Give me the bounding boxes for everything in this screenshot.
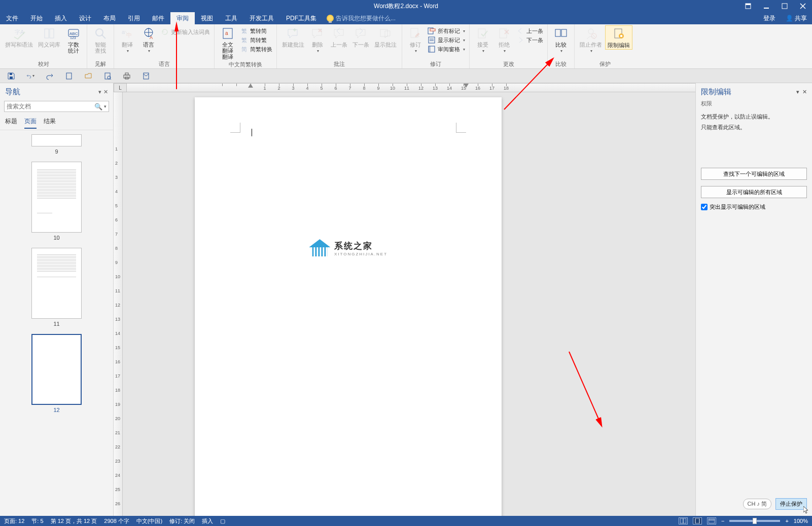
page-thumbnail[interactable] [31,334,82,405]
email-icon[interactable] [142,72,150,80]
page-thumbnails[interactable]: 9 10 11 12 [0,130,113,516]
full-translate-button[interactable]: a全文 翻译 翻译 [218,25,238,61]
reviewing-pane-button[interactable]: 审阅窗格▾ [427,45,466,54]
tab-view[interactable]: 视图 [195,12,219,24]
tab-review[interactable]: 审阅 [170,12,195,24]
simp-trad-convert-button[interactable]: 简简繁转换 [239,45,273,54]
login-link[interactable]: 登录 [758,14,781,23]
undo-icon[interactable]: ▾ [26,72,34,80]
ribbon-display-options-icon[interactable] [739,0,757,12]
minimize-icon[interactable] [757,0,775,12]
tab-selector[interactable]: L [114,83,127,92]
redo-icon[interactable] [46,72,54,80]
web-layout-icon[interactable] [707,517,716,524]
tab-design[interactable]: 设计 [73,12,97,24]
show-all-regions-button[interactable]: 显示可编辑的所有区域 [701,186,807,198]
tab-pdf[interactable]: PDF工具集 [280,12,323,24]
tab-devtools[interactable]: 开发工具 [243,12,280,24]
search-dropdown-icon[interactable]: ▾ [104,104,107,109]
horizontal-ruler[interactable]: 123456789101112131415161718 [127,83,695,92]
trad-to-simp-button[interactable]: 繁繁转简 [239,26,273,35]
nav-tab-pages[interactable]: 页面 [24,117,37,129]
nav-pane-close-icon[interactable]: ✕ [103,89,108,95]
zoom-out-icon[interactable]: − [721,518,724,524]
next-change-button[interactable]: 下一条 [515,35,544,45]
macro-record-icon[interactable]: ▢ [220,518,225,524]
translate-button[interactable]: a中翻译▾ [117,25,137,54]
search-icon[interactable]: 🔍 [94,103,102,110]
track-changes-button[interactable]: 修订▾ [405,25,426,54]
taskpane-close-icon[interactable]: ✕ [802,89,807,95]
print-preview-icon[interactable] [103,72,112,80]
delete-comment-button[interactable]: 删除▾ [307,25,328,54]
taskpane-menu-icon[interactable]: ▾ [796,89,799,95]
print-icon[interactable] [123,72,131,80]
save-icon[interactable] [7,72,15,80]
status-insert-mode[interactable]: 插入 [202,517,213,525]
tab-insert[interactable]: 插入 [49,12,73,24]
tab-file[interactable]: 文件 [0,12,24,24]
svg-rect-23 [429,46,431,52]
find-next-region-button[interactable]: 查找下一个可编辑的区域 [701,168,807,180]
status-section[interactable]: 节: 5 [31,517,43,525]
tab-tools[interactable]: 工具 [219,12,243,24]
tab-mailings[interactable]: 邮件 [146,12,170,24]
tab-layout[interactable]: 布局 [97,12,122,24]
nav-search[interactable]: 🔍 ▾ [4,101,109,112]
restrict-editing-button[interactable]: 限制编辑 [605,25,632,50]
svg-rect-3 [782,4,787,9]
document-page[interactable]: 系统之家 XITONGZHIJIA.NET [195,97,502,516]
new-doc-icon[interactable] [65,72,73,80]
word-count-button[interactable]: ABC123字数 统计 [63,25,84,55]
open-icon[interactable] [84,72,92,80]
nav-tab-headings[interactable]: 标题 [5,117,17,129]
ime-badge[interactable]: CH ♪ 简 [743,499,772,509]
simp-to-trad-button[interactable]: 繁简转繁 [239,35,273,45]
highlight-regions-checkbox[interactable]: 突出显示可编辑的区域 [701,203,807,211]
read-mode-icon[interactable] [679,517,688,524]
smart-lookup-button[interactable]: 智能 查找 [90,25,111,55]
language-button[interactable]: A语言▾ [138,25,159,54]
maximize-icon[interactable] [775,0,794,12]
status-track-changes[interactable]: 修订: 关闭 [169,517,195,525]
next-comment-button[interactable]: 下一条 [350,25,371,49]
page-thumbnail[interactable] [31,134,82,146]
tab-home[interactable]: 开始 [24,12,49,24]
spelling-grammar-button[interactable]: 字A拼写和语法 [3,25,35,49]
status-word-count[interactable]: 2908 个字 [104,517,129,525]
vertical-ruler[interactable]: 1234567891011121314151617181920212223242… [114,92,123,516]
search-input[interactable] [7,103,94,110]
status-page[interactable]: 页面: 12 [4,517,24,525]
zoom-level[interactable]: 100% [794,518,808,524]
print-layout-icon[interactable] [693,517,702,524]
accept-button[interactable]: 接受▾ [473,25,493,54]
new-comment-button[interactable]: 新建批注 [280,25,306,49]
page-thumbnail[interactable] [31,162,82,233]
thesaurus-button[interactable]: 同义词库 [36,25,62,49]
tell-me-search[interactable]: 告诉我您想要做什么... [327,12,396,24]
page-thumbnail[interactable] [31,248,82,319]
zoom-in-icon[interactable]: + [785,518,788,524]
stop-protection-button[interactable]: 停止保护 [775,498,807,510]
show-comments-button[interactable]: 显示批注 [372,25,399,49]
document-area[interactable]: L 123456789101112131415161718 1234567891… [114,83,695,516]
close-icon[interactable] [794,0,812,12]
share-button[interactable]: 👤共享 [781,14,812,23]
display-for-review-combo[interactable]: 所有标记▾ [427,26,466,35]
status-page-of[interactable]: 第 12 页，共 12 页 [51,517,97,525]
zoom-slider[interactable] [729,520,780,522]
show-markup-button[interactable]: 显示标记▾ [427,35,466,45]
prev-change-button[interactable]: 上一条 [515,26,544,35]
svg-rect-43 [695,518,699,523]
status-language[interactable]: 中文(中国) [136,517,162,525]
update-ime-button[interactable]: 更新输入法词典 [160,27,211,36]
svg-text:a: a [225,30,228,36]
nav-tab-results[interactable]: 结果 [44,117,56,129]
svg-rect-44 [709,518,715,523]
reject-button[interactable]: 拒绝▾ [494,25,514,54]
prev-comment-button[interactable]: 上一条 [329,25,349,49]
compare-button[interactable]: 比较▾ [551,25,571,54]
nav-pane-menu-icon[interactable]: ▾ [98,89,101,95]
tab-references[interactable]: 引用 [122,12,146,24]
block-authors-button[interactable]: 阻止作者▾ [578,25,604,54]
